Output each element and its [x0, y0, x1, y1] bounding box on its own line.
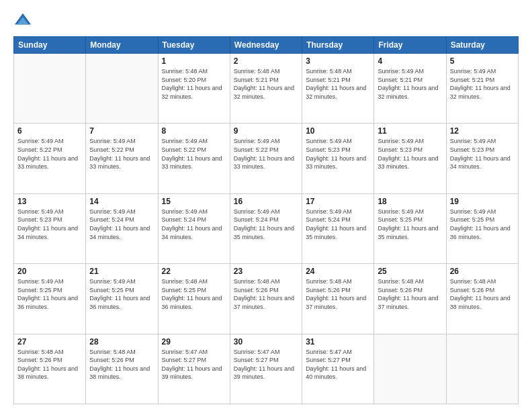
day-info: Sunrise: 5:48 AM Sunset: 5:21 PM Dayligh… — [306, 67, 370, 101]
calendar-cell: 28Sunrise: 5:48 AM Sunset: 5:26 PM Dayli… — [86, 334, 158, 404]
calendar-week-4: 20Sunrise: 5:49 AM Sunset: 5:25 PM Dayli… — [14, 264, 519, 334]
calendar-header-monday: Monday — [86, 37, 158, 54]
day-info: Sunrise: 5:49 AM Sunset: 5:23 PM Dayligh… — [17, 208, 82, 241]
calendar-cell: 26Sunrise: 5:48 AM Sunset: 5:26 PM Dayli… — [446, 264, 518, 334]
calendar-header-sunday: Sunday — [14, 37, 86, 54]
day-info: Sunrise: 5:49 AM Sunset: 5:23 PM Dayligh… — [378, 137, 442, 171]
day-info: Sunrise: 5:49 AM Sunset: 5:21 PM Dayligh… — [450, 67, 515, 101]
day-number: 21 — [89, 267, 154, 276]
day-number: 26 — [450, 267, 515, 276]
day-number: 14 — [89, 197, 154, 206]
calendar-cell: 14Sunrise: 5:49 AM Sunset: 5:24 PM Dayli… — [86, 193, 158, 263]
calendar-cell: 11Sunrise: 5:49 AM Sunset: 5:23 PM Dayli… — [374, 124, 446, 193]
day-info: Sunrise: 5:48 AM Sunset: 5:21 PM Dayligh… — [234, 67, 298, 101]
calendar-cell: 12Sunrise: 5:49 AM Sunset: 5:23 PM Dayli… — [446, 124, 518, 193]
calendar-cell: 13Sunrise: 5:49 AM Sunset: 5:23 PM Dayli… — [14, 193, 86, 263]
day-info: Sunrise: 5:49 AM Sunset: 5:25 PM Dayligh… — [450, 208, 515, 241]
calendar-cell: 7Sunrise: 5:49 AM Sunset: 5:22 PM Daylig… — [86, 124, 158, 193]
day-number: 8 — [162, 126, 226, 136]
day-number: 9 — [234, 126, 298, 136]
calendar-cell: 31Sunrise: 5:47 AM Sunset: 5:27 PM Dayli… — [302, 334, 374, 404]
calendar-cell: 9Sunrise: 5:49 AM Sunset: 5:22 PM Daylig… — [230, 124, 302, 193]
calendar-cell: 21Sunrise: 5:49 AM Sunset: 5:25 PM Dayli… — [86, 264, 158, 334]
calendar-table: SundayMondayTuesdayWednesdayThursdayFrid… — [13, 36, 519, 404]
calendar-header-friday: Friday — [374, 37, 446, 54]
day-info: Sunrise: 5:49 AM Sunset: 5:21 PM Dayligh… — [378, 67, 442, 101]
calendar-header-thursday: Thursday — [302, 37, 374, 54]
calendar-header-row: SundayMondayTuesdayWednesdayThursdayFrid… — [14, 37, 519, 54]
calendar-cell: 17Sunrise: 5:49 AM Sunset: 5:24 PM Dayli… — [302, 193, 374, 263]
page: SundayMondayTuesdayWednesdayThursdayFrid… — [0, 0, 532, 411]
calendar-cell: 20Sunrise: 5:49 AM Sunset: 5:25 PM Dayli… — [14, 264, 86, 334]
day-number: 15 — [162, 197, 226, 206]
day-number: 19 — [450, 197, 515, 206]
day-number: 12 — [450, 126, 515, 136]
day-number: 17 — [306, 197, 370, 206]
day-info: Sunrise: 5:49 AM Sunset: 5:25 PM Dayligh… — [378, 208, 442, 241]
day-info: Sunrise: 5:48 AM Sunset: 5:26 PM Dayligh… — [378, 277, 442, 311]
day-number: 10 — [306, 126, 370, 136]
header — [13, 11, 519, 30]
day-info: Sunrise: 5:49 AM Sunset: 5:22 PM Dayligh… — [234, 137, 298, 171]
calendar-cell: 18Sunrise: 5:49 AM Sunset: 5:25 PM Dayli… — [374, 193, 446, 263]
calendar-cell — [86, 54, 158, 124]
calendar-cell: 22Sunrise: 5:48 AM Sunset: 5:25 PM Dayli… — [158, 264, 230, 334]
day-number: 3 — [306, 56, 370, 66]
day-number: 25 — [378, 267, 442, 276]
day-number: 11 — [378, 126, 442, 136]
calendar-cell: 16Sunrise: 5:49 AM Sunset: 5:24 PM Dayli… — [230, 193, 302, 263]
calendar-week-2: 6Sunrise: 5:49 AM Sunset: 5:22 PM Daylig… — [14, 124, 519, 193]
calendar-cell: 1Sunrise: 5:48 AM Sunset: 5:20 PM Daylig… — [158, 54, 230, 124]
day-number: 13 — [17, 197, 82, 206]
calendar-cell: 23Sunrise: 5:48 AM Sunset: 5:26 PM Dayli… — [230, 264, 302, 334]
day-info: Sunrise: 5:49 AM Sunset: 5:23 PM Dayligh… — [306, 137, 370, 171]
day-info: Sunrise: 5:49 AM Sunset: 5:23 PM Dayligh… — [450, 137, 515, 171]
calendar-week-1: 1Sunrise: 5:48 AM Sunset: 5:20 PM Daylig… — [14, 54, 519, 124]
day-info: Sunrise: 5:49 AM Sunset: 5:25 PM Dayligh… — [89, 277, 154, 311]
day-info: Sunrise: 5:48 AM Sunset: 5:26 PM Dayligh… — [450, 277, 515, 311]
day-number: 27 — [17, 337, 82, 347]
day-info: Sunrise: 5:49 AM Sunset: 5:25 PM Dayligh… — [17, 277, 82, 311]
day-number: 24 — [306, 267, 370, 276]
day-info: Sunrise: 5:48 AM Sunset: 5:26 PM Dayligh… — [234, 277, 298, 311]
day-info: Sunrise: 5:48 AM Sunset: 5:26 PM Dayligh… — [306, 277, 370, 311]
calendar-header-wednesday: Wednesday — [230, 37, 302, 54]
calendar-cell — [14, 54, 86, 124]
day-info: Sunrise: 5:47 AM Sunset: 5:27 PM Dayligh… — [234, 348, 298, 381]
calendar-cell: 29Sunrise: 5:47 AM Sunset: 5:27 PM Dayli… — [158, 334, 230, 404]
calendar-week-5: 27Sunrise: 5:48 AM Sunset: 5:26 PM Dayli… — [14, 334, 519, 404]
calendar-cell: 24Sunrise: 5:48 AM Sunset: 5:26 PM Dayli… — [302, 264, 374, 334]
calendar-week-3: 13Sunrise: 5:49 AM Sunset: 5:23 PM Dayli… — [14, 193, 519, 263]
day-number: 6 — [17, 126, 82, 136]
day-info: Sunrise: 5:48 AM Sunset: 5:26 PM Dayligh… — [89, 348, 154, 381]
calendar-header-tuesday: Tuesday — [158, 37, 230, 54]
day-number: 7 — [89, 126, 154, 136]
calendar-cell: 19Sunrise: 5:49 AM Sunset: 5:25 PM Dayli… — [446, 193, 518, 263]
day-number: 2 — [234, 56, 298, 66]
day-info: Sunrise: 5:49 AM Sunset: 5:22 PM Dayligh… — [89, 137, 154, 171]
day-number: 23 — [234, 267, 298, 276]
day-info: Sunrise: 5:47 AM Sunset: 5:27 PM Dayligh… — [306, 348, 370, 381]
day-info: Sunrise: 5:47 AM Sunset: 5:27 PM Dayligh… — [162, 348, 226, 381]
day-number: 22 — [162, 267, 226, 276]
day-number: 20 — [17, 267, 82, 276]
calendar-cell: 15Sunrise: 5:49 AM Sunset: 5:24 PM Dayli… — [158, 193, 230, 263]
day-number: 1 — [162, 56, 226, 66]
calendar-cell: 30Sunrise: 5:47 AM Sunset: 5:27 PM Dayli… — [230, 334, 302, 404]
day-number: 29 — [162, 337, 226, 347]
day-info: Sunrise: 5:49 AM Sunset: 5:24 PM Dayligh… — [234, 208, 298, 241]
day-number: 28 — [89, 337, 154, 347]
day-info: Sunrise: 5:49 AM Sunset: 5:24 PM Dayligh… — [162, 208, 226, 241]
day-info: Sunrise: 5:49 AM Sunset: 5:24 PM Dayligh… — [306, 208, 370, 241]
calendar-cell: 3Sunrise: 5:48 AM Sunset: 5:21 PM Daylig… — [302, 54, 374, 124]
day-number: 31 — [306, 337, 370, 347]
day-info: Sunrise: 5:49 AM Sunset: 5:22 PM Dayligh… — [17, 137, 82, 171]
day-info: Sunrise: 5:48 AM Sunset: 5:20 PM Dayligh… — [162, 67, 226, 101]
calendar-cell: 25Sunrise: 5:48 AM Sunset: 5:26 PM Dayli… — [374, 264, 446, 334]
day-number: 18 — [378, 197, 442, 206]
calendar-cell — [374, 334, 446, 404]
day-number: 4 — [378, 56, 442, 66]
day-info: Sunrise: 5:49 AM Sunset: 5:22 PM Dayligh… — [162, 137, 226, 171]
day-number: 16 — [234, 197, 298, 206]
logo — [13, 11, 35, 30]
